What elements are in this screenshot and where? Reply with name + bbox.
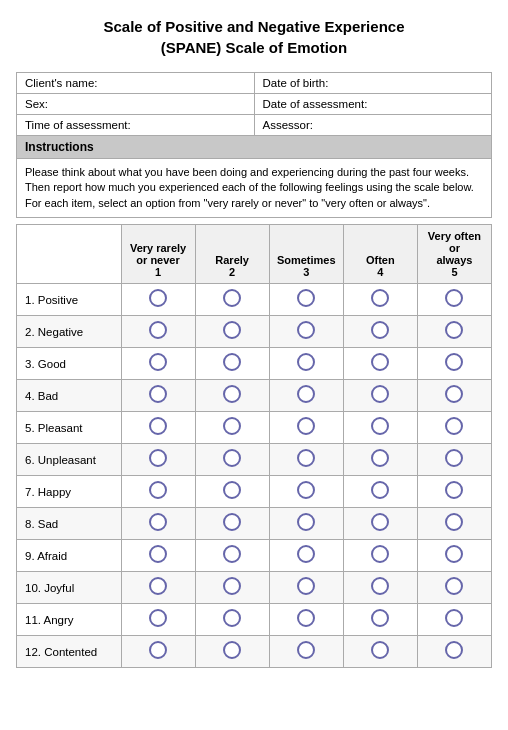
radio-cell-9-1[interactable] [121,540,195,572]
radio-cell-9-2[interactable] [195,540,269,572]
radio-10-1[interactable] [149,577,167,595]
radio-cell-5-2[interactable] [195,412,269,444]
radio-3-3[interactable] [297,353,315,371]
radio-10-4[interactable] [371,577,389,595]
radio-1-1[interactable] [149,289,167,307]
radio-2-5[interactable] [445,321,463,339]
radio-7-1[interactable] [149,481,167,499]
radio-4-4[interactable] [371,385,389,403]
radio-5-5[interactable] [445,417,463,435]
radio-cell-12-5[interactable] [417,636,491,668]
radio-8-3[interactable] [297,513,315,531]
radio-cell-8-5[interactable] [417,508,491,540]
radio-5-1[interactable] [149,417,167,435]
radio-cell-1-1[interactable] [121,284,195,316]
radio-cell-7-4[interactable] [343,476,417,508]
radio-cell-8-4[interactable] [343,508,417,540]
radio-cell-5-3[interactable] [269,412,343,444]
radio-12-5[interactable] [445,641,463,659]
radio-cell-2-4[interactable] [343,316,417,348]
radio-7-4[interactable] [371,481,389,499]
radio-cell-8-1[interactable] [121,508,195,540]
radio-3-2[interactable] [223,353,241,371]
radio-7-3[interactable] [297,481,315,499]
radio-4-2[interactable] [223,385,241,403]
radio-cell-7-3[interactable] [269,476,343,508]
radio-cell-11-4[interactable] [343,604,417,636]
radio-cell-11-3[interactable] [269,604,343,636]
radio-1-4[interactable] [371,289,389,307]
radio-cell-12-1[interactable] [121,636,195,668]
radio-2-2[interactable] [223,321,241,339]
radio-10-3[interactable] [297,577,315,595]
radio-cell-3-1[interactable] [121,348,195,380]
radio-cell-5-4[interactable] [343,412,417,444]
radio-cell-9-3[interactable] [269,540,343,572]
radio-6-4[interactable] [371,449,389,467]
radio-cell-8-3[interactable] [269,508,343,540]
radio-cell-11-5[interactable] [417,604,491,636]
radio-cell-12-4[interactable] [343,636,417,668]
radio-cell-9-5[interactable] [417,540,491,572]
radio-1-3[interactable] [297,289,315,307]
radio-cell-5-5[interactable] [417,412,491,444]
radio-cell-4-2[interactable] [195,380,269,412]
radio-2-1[interactable] [149,321,167,339]
radio-5-2[interactable] [223,417,241,435]
radio-4-1[interactable] [149,385,167,403]
radio-1-2[interactable] [223,289,241,307]
radio-cell-1-4[interactable] [343,284,417,316]
radio-9-4[interactable] [371,545,389,563]
radio-5-4[interactable] [371,417,389,435]
radio-cell-6-2[interactable] [195,444,269,476]
radio-cell-3-2[interactable] [195,348,269,380]
radio-cell-12-2[interactable] [195,636,269,668]
radio-3-1[interactable] [149,353,167,371]
radio-cell-1-5[interactable] [417,284,491,316]
radio-7-5[interactable] [445,481,463,499]
radio-cell-4-5[interactable] [417,380,491,412]
radio-6-2[interactable] [223,449,241,467]
radio-cell-6-5[interactable] [417,444,491,476]
radio-9-2[interactable] [223,545,241,563]
radio-cell-4-3[interactable] [269,380,343,412]
radio-10-5[interactable] [445,577,463,595]
radio-cell-1-3[interactable] [269,284,343,316]
radio-9-5[interactable] [445,545,463,563]
radio-cell-10-3[interactable] [269,572,343,604]
radio-cell-11-1[interactable] [121,604,195,636]
radio-8-5[interactable] [445,513,463,531]
radio-6-3[interactable] [297,449,315,467]
radio-cell-9-4[interactable] [343,540,417,572]
radio-cell-10-1[interactable] [121,572,195,604]
radio-3-4[interactable] [371,353,389,371]
radio-6-5[interactable] [445,449,463,467]
radio-cell-7-1[interactable] [121,476,195,508]
radio-cell-10-2[interactable] [195,572,269,604]
radio-7-2[interactable] [223,481,241,499]
radio-cell-7-2[interactable] [195,476,269,508]
radio-cell-10-4[interactable] [343,572,417,604]
radio-12-2[interactable] [223,641,241,659]
radio-cell-6-3[interactable] [269,444,343,476]
radio-cell-5-1[interactable] [121,412,195,444]
radio-cell-3-4[interactable] [343,348,417,380]
radio-cell-6-4[interactable] [343,444,417,476]
radio-11-1[interactable] [149,609,167,627]
radio-2-3[interactable] [297,321,315,339]
radio-8-1[interactable] [149,513,167,531]
radio-12-3[interactable] [297,641,315,659]
radio-cell-2-3[interactable] [269,316,343,348]
radio-cell-4-1[interactable] [121,380,195,412]
radio-11-4[interactable] [371,609,389,627]
radio-cell-6-1[interactable] [121,444,195,476]
radio-8-4[interactable] [371,513,389,531]
radio-cell-10-5[interactable] [417,572,491,604]
radio-cell-8-2[interactable] [195,508,269,540]
radio-4-3[interactable] [297,385,315,403]
radio-8-2[interactable] [223,513,241,531]
radio-11-2[interactable] [223,609,241,627]
radio-12-1[interactable] [149,641,167,659]
radio-cell-2-5[interactable] [417,316,491,348]
radio-cell-11-2[interactable] [195,604,269,636]
